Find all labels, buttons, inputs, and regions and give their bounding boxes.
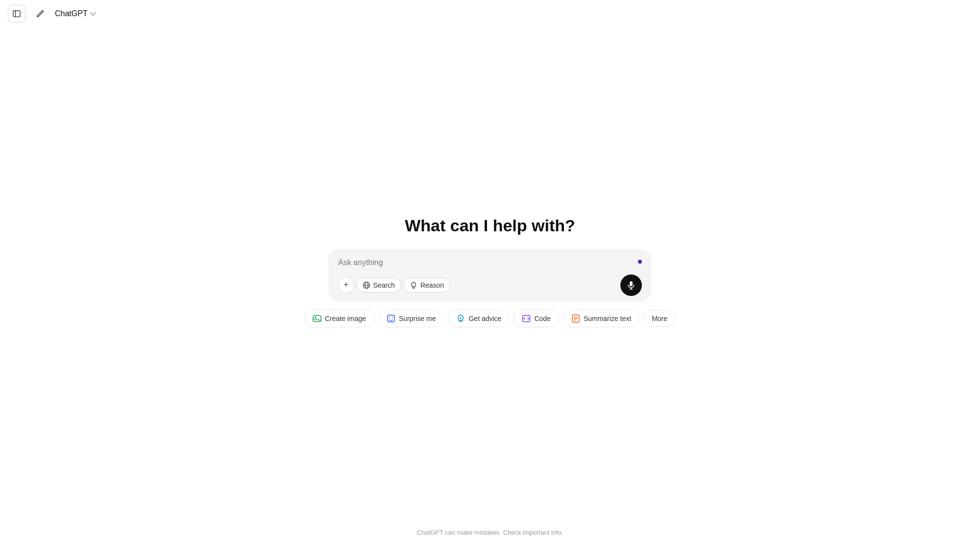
microphone-icon — [626, 280, 636, 290]
input-row — [338, 257, 642, 269]
more-label: More — [652, 315, 667, 322]
surprise-icon — [387, 314, 395, 323]
code-label: Code — [534, 315, 550, 322]
footer-disclaimer: ChatGPT can make mistakes. Check importa… — [0, 529, 980, 536]
reason-button[interactable]: Reason — [403, 278, 450, 293]
summarize-text-label: Summarize text — [584, 315, 631, 322]
reason-label: Reason — [420, 281, 444, 289]
main-content: What can I help with? + Search — [0, 0, 980, 543]
globe-icon — [363, 281, 370, 289]
surprise-me-button[interactable]: Surprise me — [378, 310, 444, 327]
surprise-me-label: Surprise me — [399, 315, 436, 322]
voice-button[interactable] — [620, 274, 642, 296]
attach-button[interactable]: + — [338, 276, 354, 294]
image-icon — [313, 314, 321, 323]
code-button[interactable]: Code — [514, 310, 559, 327]
get-advice-label: Get advice — [468, 315, 501, 322]
suggestions-row: Create image Surprise me — [304, 310, 676, 327]
get-advice-button[interactable]: Get advice — [448, 310, 510, 327]
chat-input[interactable] — [338, 257, 638, 269]
advice-icon — [456, 314, 465, 323]
status-dot — [638, 260, 642, 264]
svg-point-14 — [392, 317, 393, 318]
create-image-label: Create image — [325, 315, 366, 322]
code-icon — [522, 314, 531, 323]
svg-point-13 — [389, 317, 390, 318]
create-image-button[interactable]: Create image — [304, 310, 374, 327]
search-button[interactable]: Search — [356, 278, 401, 293]
disclaimer-text: ChatGPT can make mistakes. Check importa… — [417, 529, 564, 536]
summarize-text-button[interactable]: Summarize text — [563, 310, 639, 327]
chat-input-container: + Search Reason — [328, 249, 652, 302]
svg-point-11 — [315, 317, 316, 318]
plus-icon: + — [343, 280, 349, 290]
input-controls: + Search Reason — [338, 274, 642, 296]
page-headline: What can I help with? — [405, 216, 575, 235]
more-button[interactable]: More — [643, 310, 676, 327]
input-left-controls: + Search Reason — [338, 276, 450, 294]
summarize-icon — [571, 314, 580, 323]
search-label: Search — [373, 281, 395, 289]
lightbulb-icon — [410, 281, 417, 289]
svg-rect-7 — [630, 281, 633, 286]
